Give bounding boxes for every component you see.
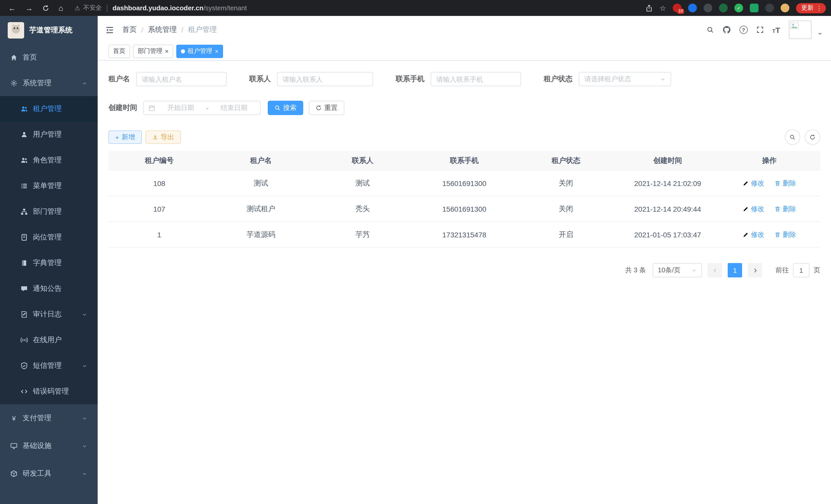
big-t: T [775,26,780,34]
extension-icon-2[interactable] [688,4,697,12]
page-size-select[interactable]: 10条/页 [653,263,702,277]
extension-icon-3[interactable] [704,4,712,12]
sidebar-fold-icon[interactable] [105,25,114,34]
phone-input[interactable] [431,72,521,86]
tab-tenant[interactable]: 租户管理 × [176,45,223,58]
sidebar-item-label: 租户管理 [33,104,62,114]
sidebar-group-label: 支付管理 [23,414,51,423]
download-icon [152,134,158,140]
sidebar-item-sms[interactable]: 短信管理 [0,353,98,379]
extension-icon-6[interactable] [750,4,758,12]
sidebar-item-errorcode[interactable]: 错误码管理 [0,379,98,404]
cell-id: 108 [109,170,210,196]
next-page-button[interactable] [748,263,762,277]
code-icon [21,388,28,395]
url-host: dashboard.yudao.iocoder.cn [113,4,203,12]
extension-icon-5[interactable]: ✓ [735,4,743,12]
edit-link[interactable]: 修改 [743,204,764,213]
sidebar-item-notice[interactable]: 通知公告 [0,276,98,302]
sidebar-group-infra[interactable]: 基础设施 [0,432,98,460]
share-icon[interactable] [646,4,653,11]
status-select[interactable]: 请选择租户状态 [579,72,671,86]
edit-link[interactable]: 修改 [743,179,764,188]
delete-link[interactable]: 删除 [774,179,796,188]
sidebar-item-online[interactable]: 在线用户 [0,327,98,353]
tab-home[interactable]: 首页 [109,45,130,58]
delete-link[interactable]: 删除 [774,230,796,239]
prev-page-button[interactable] [708,263,722,277]
sidebar-item-label: 部门管理 [33,207,62,216]
fullscreen-icon[interactable] [756,26,764,33]
browser-update-button[interactable]: 更新 ⋮ [796,3,826,13]
sidebar-item-label: 在线用户 [33,335,62,345]
tab-dept[interactable]: 部门管理 × [133,45,173,58]
book-icon [21,260,28,267]
avatar-caret-icon[interactable] [817,31,823,36]
contact-input[interactable] [277,72,373,86]
start-date-placeholder: 开始日期 [159,103,202,113]
chevron-up-icon [82,80,87,86]
browser-menu-dots-icon[interactable]: ⋮ [816,4,822,11]
sidebar-item-tenant[interactable]: 租户管理 [0,96,98,122]
sidebar-item-dept[interactable]: 部门管理 [0,199,98,225]
add-button[interactable]: + 新增 [109,130,142,144]
address-bar[interactable]: dashboard.yudao.iocoder.cn/system/tenant [113,4,247,12]
col-header: 联系人 [312,151,413,170]
reset-button[interactable]: 重置 [309,101,344,115]
sidebar-group-devtools[interactable]: 研发工具 [0,460,98,487]
help-icon[interactable]: ? [739,26,747,34]
sidebar-item-audit[interactable]: 审计日志 [0,302,98,327]
field-label: 联系手机 [396,75,425,84]
delete-link[interactable]: 删除 [774,204,796,213]
avatar[interactable] [789,21,811,39]
logo-link[interactable]: 芋道管理系统 [0,16,98,45]
search-button[interactable]: 搜索 [268,101,303,115]
home-icon[interactable]: ⌂ [59,4,63,12]
sidebar-item-role[interactable]: 角色管理 [0,147,98,173]
cell-created: 2021-01-05 17:03:47 [617,222,718,247]
close-icon[interactable]: × [165,48,169,54]
date-range-picker[interactable]: 开始日期 - 结束日期 [143,101,261,115]
tab-label: 部门管理 [138,47,163,56]
extension-icon-7[interactable] [765,4,774,12]
tenant-name-input[interactable] [136,72,227,86]
toggle-search-button[interactable] [785,129,800,145]
sidebar-group-payment[interactable]: ¥ 支付管理 [0,404,98,432]
bookmark-star-icon[interactable]: ☆ [660,4,666,12]
extension-icon-8[interactable] [781,4,790,12]
breadcrumb: 首页 / 系统管理 / 租户管理 [122,25,217,34]
extension-icon-1[interactable]: 10 [673,4,682,12]
sidebar-item-menu[interactable]: 菜单管理 [0,173,98,199]
extension-icon-4[interactable] [719,4,728,12]
breadcrumb-home[interactable]: 首页 [122,25,137,34]
date-separator: - [206,104,209,112]
sidebar-item-user[interactable]: 用户管理 [0,122,98,147]
github-icon[interactable] [722,26,730,34]
refresh-table-button[interactable] [805,129,820,145]
goto-page-input[interactable] [793,263,809,277]
sidebar-item-label: 用户管理 [33,130,62,139]
page-number-button[interactable]: 1 [728,263,742,277]
security-indicator[interactable]: ⚠ 不安全 [75,4,102,12]
edit-link[interactable]: 修改 [743,230,764,239]
sidebar-group-label: 基础设施 [23,441,51,451]
sidebar-item-home[interactable]: 首页 [0,45,98,70]
sidebar-group-system[interactable]: 系统管理 [0,70,98,96]
reload-icon[interactable] [42,4,49,11]
link-label: 修改 [751,179,764,188]
chevron-down-icon [82,312,87,317]
font-size-icon[interactable]: TT [772,26,780,34]
search-icon [275,105,281,111]
sidebar-item-dict[interactable]: 字典管理 [0,250,98,276]
forward-icon[interactable]: → [25,4,33,12]
broken-image-icon [791,22,799,29]
export-button[interactable]: 导出 [145,130,181,144]
warning-icon: ⚠ [75,4,80,11]
header-search-icon[interactable] [706,26,714,33]
close-icon[interactable]: × [215,48,219,54]
sidebar-item-post[interactable]: 岗位管理 [0,225,98,250]
main-area: 首页 / 系统管理 / 租户管理 ? [98,16,831,504]
breadcrumb-system[interactable]: 系统管理 [148,25,177,34]
back-icon[interactable]: ← [8,4,16,12]
col-header: 租户状态 [515,151,617,170]
